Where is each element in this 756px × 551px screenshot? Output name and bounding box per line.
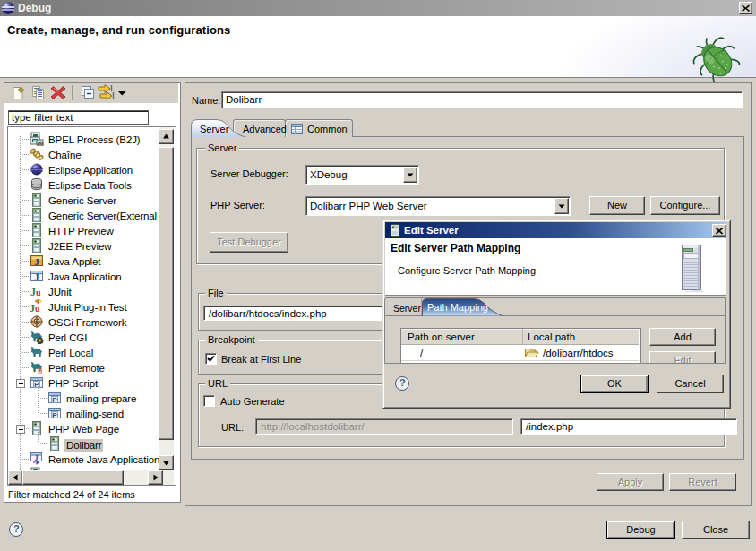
svg-text:u: u (35, 304, 40, 314)
svg-text:J: J (34, 256, 39, 267)
svg-text:J: J (35, 272, 39, 282)
svg-text:P: P (52, 411, 57, 419)
svg-text:P: P (52, 396, 57, 404)
svg-text:u: u (36, 288, 41, 297)
